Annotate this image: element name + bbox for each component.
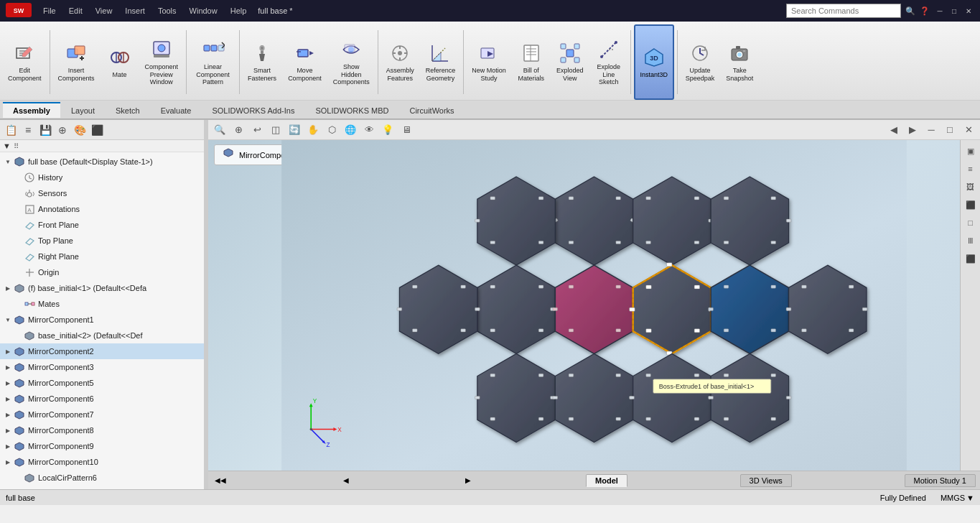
- view-zoom-to-fit[interactable]: 🔍: [211, 121, 228, 139]
- view-appearance[interactable]: 🌐: [342, 121, 359, 139]
- root-arrow[interactable]: ▼: [3, 159, 13, 165]
- tree-item-mirror-comp10[interactable]: ▶ MirrorComponent10: [0, 454, 204, 470]
- minimize-button[interactable]: ─: [934, 5, 946, 17]
- tab-nav-prev[interactable]: ◀: [341, 476, 351, 484]
- view-hide-show[interactable]: 👁: [360, 121, 378, 139]
- tree-root[interactable]: ▼ full base (Default<Display State-1>): [0, 154, 204, 170]
- tree-item-annotations[interactable]: A Annotations: [0, 201, 204, 217]
- tree-item-sensors[interactable]: Sensors: [0, 185, 204, 201]
- mirror-comp2-arrow[interactable]: ▶: [3, 348, 13, 355]
- bottom-tab-motion-study[interactable]: Motion Study 1: [905, 474, 976, 487]
- linear-pattern-button[interactable]: LinearComponentPattern: [190, 24, 236, 100]
- view-expand-right[interactable]: ▶: [904, 121, 921, 139]
- right-btn-2[interactable]: ≡: [963, 161, 979, 177]
- tree-item-base-initial-2[interactable]: base_initial<2> (Default<<Def: [0, 328, 204, 343]
- view-dynamic-rotate[interactable]: 🔄: [286, 121, 303, 139]
- tree-item-right-plane[interactable]: Right Plane: [0, 249, 204, 264]
- right-btn-4[interactable]: ⬛: [963, 197, 979, 213]
- viewport-3d[interactable]: MirrorComponent2: [208, 140, 980, 471]
- view-lighting[interactable]: 💡: [379, 121, 396, 139]
- panel-btn-featuremanager[interactable]: 📋: [3, 122, 19, 138]
- tab-circuitworks[interactable]: CircuitWorks: [399, 102, 464, 118]
- assembly-viewport-svg[interactable]: Boss-Extrude1 of base_initial<1> Y X Z: [208, 140, 980, 471]
- view-pan[interactable]: ✋: [304, 121, 322, 139]
- menu-tools[interactable]: Tools: [152, 5, 182, 17]
- view-zoom-in[interactable]: ⊕: [230, 121, 247, 139]
- view-display-pane[interactable]: 🖥: [398, 121, 415, 139]
- tree-item-mirror-comp2[interactable]: ▶ MirrorComponent2: [0, 343, 204, 359]
- smart-fasteners-button[interactable]: SmartFasteners: [243, 24, 281, 100]
- instant3d-button[interactable]: 3D Instant3D: [634, 24, 674, 100]
- panel-btn-propertymanager[interactable]: ≡: [20, 122, 36, 138]
- tab-evaluate[interactable]: Evaluate: [151, 102, 202, 118]
- tab-assembly[interactable]: Assembly: [3, 102, 60, 118]
- mirror-comp7-arrow[interactable]: ▶: [3, 412, 13, 418]
- view-display-style[interactable]: ⬡: [323, 121, 340, 139]
- insert-components-button[interactable]: InsertComponents: [53, 24, 100, 100]
- filter-icon[interactable]: ▼: [3, 142, 11, 150]
- tab-layout[interactable]: Layout: [61, 102, 105, 118]
- bill-of-materials-button[interactable]: Bill ofMaterials: [513, 24, 550, 100]
- reference-geometry-button[interactable]: ReferenceGeometry: [421, 24, 461, 100]
- view-section[interactable]: ◫: [267, 121, 284, 139]
- mirror-comp6-arrow[interactable]: ▶: [3, 396, 13, 402]
- tree-item-front-plane[interactable]: Front Plane: [0, 217, 204, 233]
- panel-btn-display[interactable]: 🎨: [72, 122, 88, 138]
- tab-sw-mbd[interactable]: SOLIDWORKS MBD: [305, 102, 398, 118]
- menu-insert[interactable]: Insert: [119, 5, 151, 17]
- menu-edit[interactable]: Edit: [63, 5, 88, 17]
- mirror-comp9-arrow[interactable]: ▶: [3, 443, 13, 450]
- window-buttons[interactable]: ─ □ ✕: [934, 5, 974, 17]
- mirror-comp8-arrow[interactable]: ▶: [3, 427, 13, 434]
- tree-item-origin[interactable]: Origin: [0, 264, 204, 280]
- right-btn-3[interactable]: 🖼: [963, 179, 979, 195]
- mate-button[interactable]: Mate: [101, 24, 139, 100]
- tree-item-local-cir-pattern[interactable]: LocalCirPattern6: [0, 470, 204, 486]
- help-icon[interactable]: ❓: [920, 6, 930, 16]
- tree-item-top-plane[interactable]: Top Plane: [0, 233, 204, 249]
- tree-item-mirror-comp5[interactable]: ▶ MirrorComponent5: [0, 375, 204, 391]
- take-snapshot-button[interactable]: TakeSnapshot: [721, 24, 758, 100]
- panel-btn-configurationmanager[interactable]: 💾: [37, 122, 53, 138]
- show-hidden-button[interactable]: ShowHiddenComponents: [328, 24, 375, 100]
- maximize-button[interactable]: □: [948, 5, 960, 17]
- base-initial-arrow[interactable]: ▶: [3, 285, 13, 292]
- panel-btn-dimetionxpert[interactable]: ⊕: [55, 122, 70, 138]
- search-icon[interactable]: 🔍: [905, 6, 915, 16]
- tree-item-mates[interactable]: Mates: [0, 296, 204, 312]
- tab-sw-addins[interactable]: SOLIDWORKS Add-Ins: [202, 102, 304, 118]
- menu-view[interactable]: View: [90, 5, 118, 17]
- component-preview-button[interactable]: ComponentPreviewWindow: [140, 24, 184, 100]
- panel-btn-extra[interactable]: ⬛: [89, 122, 105, 138]
- explode-line-sketch-button[interactable]: ExplodeLineSketch: [590, 24, 627, 100]
- view-max[interactable]: □: [941, 121, 958, 139]
- tree-item-mirror-comp7[interactable]: ▶ MirrorComponent7: [0, 407, 204, 422]
- mirror-comp3-arrow[interactable]: ▶: [3, 364, 13, 371]
- move-component-button[interactable]: MoveComponent: [283, 24, 327, 100]
- menu-bar[interactable]: File Edit View Insert Tools Window Help: [37, 5, 252, 17]
- tab-nav-first[interactable]: ◀◀: [213, 476, 228, 484]
- view-expand-left[interactable]: ◀: [885, 121, 902, 139]
- tree-item-mirror-comp6[interactable]: ▶ MirrorComponent6: [0, 391, 204, 407]
- right-btn-1[interactable]: ▣: [963, 143, 979, 159]
- tree-item-mirror-comp9[interactable]: ▶ MirrorComponent9: [0, 438, 204, 454]
- close-button[interactable]: ✕: [963, 5, 974, 17]
- mirror-comp10-arrow[interactable]: ▶: [3, 459, 13, 466]
- tree-item-base-initial[interactable]: ▶ (f) base_initial<1> (Default<<Defa: [0, 280, 204, 296]
- menu-file[interactable]: File: [37, 5, 62, 17]
- mirror-comp5-arrow[interactable]: ▶: [3, 380, 13, 387]
- bottom-tab-model[interactable]: Model: [586, 474, 627, 487]
- update-speedpak-button[interactable]: UpdateSpeedpak: [681, 24, 720, 100]
- assembly-features-button[interactable]: AssemblyFeatures: [381, 24, 419, 100]
- right-btn-6[interactable]: Ⅲ: [963, 233, 979, 249]
- menu-window[interactable]: Window: [184, 5, 223, 17]
- menu-help[interactable]: Help: [225, 5, 253, 17]
- tree-item-mirror-comp8[interactable]: ▶ MirrorComponent8: [0, 422, 204, 438]
- tab-sketch[interactable]: Sketch: [106, 102, 150, 118]
- view-previous[interactable]: ↩: [248, 121, 266, 139]
- edit-component-button[interactable]: EditComponent: [3, 24, 47, 100]
- tab-nav-next[interactable]: ▶: [463, 476, 473, 484]
- tree-item-mirror-comp1[interactable]: ▼ MirrorComponent1: [0, 312, 204, 328]
- mirror-comp1-arrow[interactable]: ▼: [3, 317, 13, 323]
- right-btn-5[interactable]: □: [963, 215, 979, 231]
